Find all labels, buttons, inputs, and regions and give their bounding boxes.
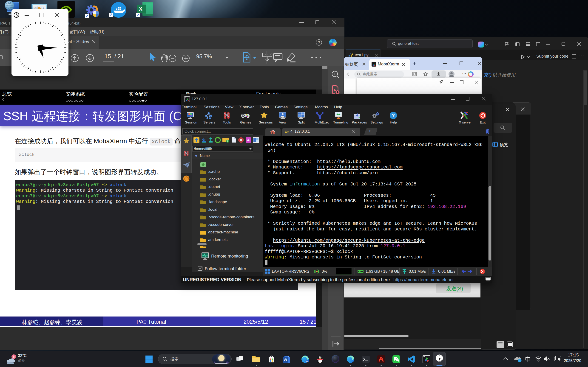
svg-text:AI: AI	[306, 360, 308, 362]
svg-text:W: W	[284, 358, 287, 362]
svg-text:6: 6	[13, 355, 15, 359]
svg-text:A: A	[247, 138, 250, 142]
svg-text:i: i	[519, 359, 520, 362]
svg-text:?: ?	[392, 113, 395, 118]
svg-text:?: ?	[318, 40, 320, 45]
